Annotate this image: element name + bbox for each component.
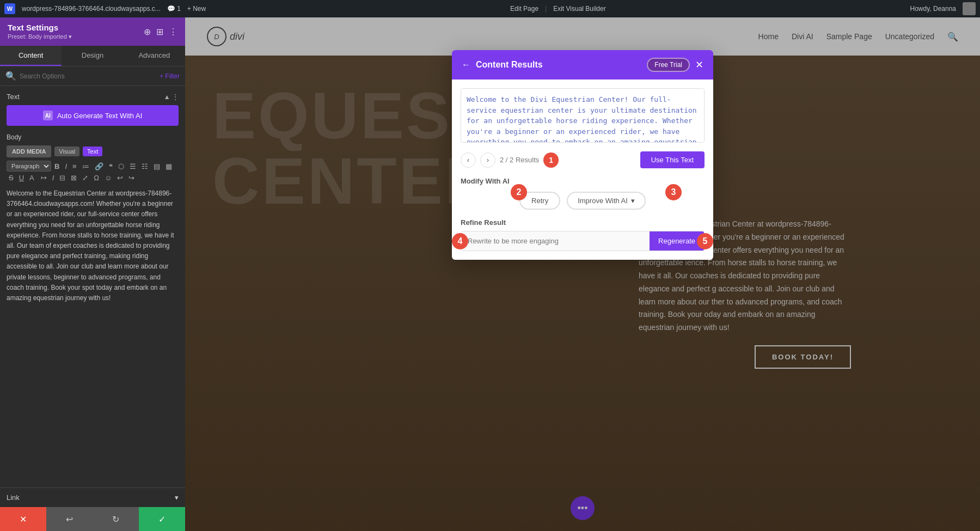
new-link[interactable]: + New bbox=[187, 5, 206, 13]
exit-visual-builder-link[interactable]: Exit Visual Builder bbox=[553, 5, 606, 13]
ol-button[interactable]: ≔ bbox=[80, 161, 91, 172]
auto-generate-ai-button[interactable]: AI Auto Generate Text With AI bbox=[7, 105, 179, 126]
link-chevron-icon: ▾ bbox=[175, 493, 179, 502]
align-right-button[interactable]: ☷ bbox=[139, 161, 150, 172]
link-button[interactable]: 🔗 bbox=[93, 161, 106, 172]
improve-chevron-icon: ▾ bbox=[631, 197, 635, 205]
page-indicator-1: 1 bbox=[543, 152, 559, 168]
wp-admin-bar: W wordpress-784896-3766464.cloudwaysapps… bbox=[0, 0, 980, 17]
wp-logo-icon[interactable]: W bbox=[4, 3, 15, 14]
panel-title: Text Settings bbox=[8, 23, 72, 32]
tab-design[interactable]: Design bbox=[62, 46, 123, 66]
sidebar-content: Text ▲ ⋮ AI Auto Generate Text With AI B… bbox=[0, 86, 185, 487]
comments-link[interactable]: 💬 1 bbox=[167, 5, 181, 13]
cancel-button[interactable]: ✕ bbox=[0, 507, 46, 531]
ai-button-label: Auto Generate Text With AI bbox=[57, 112, 143, 120]
modify-buttons-row: Retry 2 Improve With AI ▾ 3 bbox=[461, 192, 705, 210]
page-info: 2 / 2 Results bbox=[500, 156, 539, 164]
modal-header-left: ← Content Results bbox=[462, 60, 543, 70]
website-preview: D divi Home Divi AI Sample Page Uncatego… bbox=[185, 17, 980, 531]
fullscreen-icon[interactable]: ⊕ bbox=[144, 27, 151, 37]
italic2-button[interactable]: I bbox=[50, 173, 57, 183]
result-textarea[interactable]: Welcome to the Divi Equestrian Center! O… bbox=[461, 88, 705, 143]
settings-tabs: Content Design Advanced bbox=[0, 46, 185, 66]
filter-button[interactable]: + Filter bbox=[160, 72, 180, 80]
improve-with-ai-button[interactable]: Improve With AI ▾ bbox=[567, 192, 646, 210]
text-color-button[interactable]: A bbox=[27, 173, 36, 183]
underline-button[interactable]: U bbox=[17, 173, 26, 183]
align-left-button[interactable]: ⬡ bbox=[116, 161, 126, 172]
modal-title: Content Results bbox=[476, 60, 543, 70]
content-area: D divi Home Divi AI Sample Page Uncatego… bbox=[185, 17, 980, 531]
next-page-button[interactable]: › bbox=[480, 152, 495, 168]
prev-page-button[interactable]: ‹ bbox=[461, 152, 476, 168]
align3-button[interactable]: ⊠ bbox=[69, 173, 79, 183]
callout-number-5: 5 bbox=[697, 233, 713, 249]
strikethrough-button[interactable]: S bbox=[7, 173, 16, 183]
search-row: 🔍 + Filter bbox=[0, 66, 185, 86]
use-this-text-button[interactable]: Use This Text bbox=[640, 151, 705, 168]
sidebar-header: Text Settings Preset: Body imported ▾ ⊕ … bbox=[0, 17, 185, 46]
site-url[interactable]: wordpress-784896-3766464.cloudwaysapps.c… bbox=[22, 5, 161, 13]
refine-row: Regenerate bbox=[461, 231, 705, 251]
free-trial-badge[interactable]: Free Trial bbox=[647, 58, 690, 72]
paragraph-select[interactable]: Paragraph bbox=[7, 161, 51, 172]
retry-label: Retry bbox=[531, 197, 548, 205]
callout-number-4: 4 bbox=[452, 233, 468, 249]
italic-button[interactable]: I bbox=[63, 161, 69, 172]
modal-body: Welcome to the Divi Equestrian Center! O… bbox=[452, 80, 713, 260]
tab-advanced[interactable]: Advanced bbox=[124, 46, 185, 66]
search-icon: 🔍 bbox=[5, 71, 16, 81]
header-icons: ⊕ ⊞ ⋮ bbox=[144, 27, 177, 37]
table-button[interactable]: ▦ bbox=[163, 161, 174, 172]
grid-icon[interactable]: ⊞ bbox=[156, 27, 163, 37]
redo-btn[interactable]: ↪ bbox=[126, 173, 137, 183]
more-options-icon[interactable]: ⋮ bbox=[169, 27, 177, 37]
body-text-content[interactable]: Welcome to the Equestrian Center at word… bbox=[7, 186, 179, 306]
modal-header-right: Free Trial ✕ bbox=[647, 58, 703, 72]
tab-content[interactable]: Content bbox=[0, 46, 62, 66]
callout-number-2: 2 bbox=[511, 184, 527, 200]
undo-btn[interactable]: ↩ bbox=[115, 173, 125, 183]
refine-input[interactable] bbox=[461, 231, 650, 251]
collapse-icon[interactable]: ▲ ⋮ bbox=[164, 93, 179, 101]
modal-close-button[interactable]: ✕ bbox=[695, 59, 703, 71]
emoji-button[interactable]: ☺ bbox=[102, 173, 114, 183]
ul-button[interactable]: ≡ bbox=[70, 161, 79, 172]
text-section-header: Text ▲ ⋮ bbox=[7, 93, 179, 101]
visual-tab-button[interactable]: Visual bbox=[54, 147, 79, 156]
text-tab-button[interactable]: Text bbox=[83, 147, 102, 156]
align2-button[interactable]: ⊟ bbox=[57, 173, 68, 183]
bold-button[interactable]: B bbox=[52, 161, 62, 172]
refine-row-container: 4 Regenerate 5 bbox=[461, 231, 705, 251]
editor-toolbar-top: ADD MEDIA Visual Text bbox=[7, 145, 179, 157]
blockquote-button[interactable]: ❝ bbox=[107, 161, 115, 172]
refine-label: Refine Result bbox=[461, 218, 705, 227]
special-char-button[interactable]: Ω bbox=[91, 173, 101, 183]
pagination-row: ‹ › 2 / 2 Results 1 Use This Text bbox=[461, 151, 705, 168]
modal-header: ← Content Results Free Trial ✕ bbox=[452, 50, 713, 80]
undo-button[interactable]: ↩ bbox=[46, 507, 93, 531]
bottom-action-bar: ✕ ↩ ↻ ✓ bbox=[0, 507, 185, 531]
align-justify-button[interactable]: ▤ bbox=[151, 161, 162, 172]
content-results-modal: ← Content Results Free Trial ✕ Welcome t… bbox=[452, 50, 713, 260]
search-input[interactable] bbox=[20, 72, 156, 80]
format-toolbar: Paragraph B I ≡ ≔ 🔗 ❝ ⬡ ☰ ☷ ▤ ▦ S U A ↦ … bbox=[7, 161, 179, 183]
redo-button[interactable]: ↻ bbox=[93, 507, 139, 531]
modal-back-icon[interactable]: ← bbox=[462, 60, 470, 70]
align-center-button[interactable]: ☰ bbox=[127, 161, 138, 172]
add-media-button[interactable]: ADD MEDIA bbox=[7, 145, 51, 157]
regenerate-button[interactable]: Regenerate bbox=[650, 231, 704, 251]
link-label: Link bbox=[7, 493, 20, 502]
section-title: Text bbox=[7, 93, 20, 101]
text-settings-panel: Text Settings Preset: Body imported ▾ ⊕ … bbox=[0, 17, 185, 531]
modal-overlay: ← Content Results Free Trial ✕ Welcome t… bbox=[185, 17, 980, 531]
save-button[interactable]: ✓ bbox=[139, 507, 185, 531]
improve-label: Improve With AI bbox=[578, 197, 628, 205]
fullscreen2-button[interactable]: ⤢ bbox=[80, 173, 90, 183]
indent-button[interactable]: ↦ bbox=[39, 173, 49, 183]
edit-page-link[interactable]: Edit Page bbox=[510, 5, 538, 13]
preset-label[interactable]: Preset: Body imported ▾ bbox=[8, 33, 72, 40]
link-section[interactable]: Link ▾ bbox=[0, 487, 185, 507]
modify-label: Modify With AI bbox=[461, 177, 705, 185]
